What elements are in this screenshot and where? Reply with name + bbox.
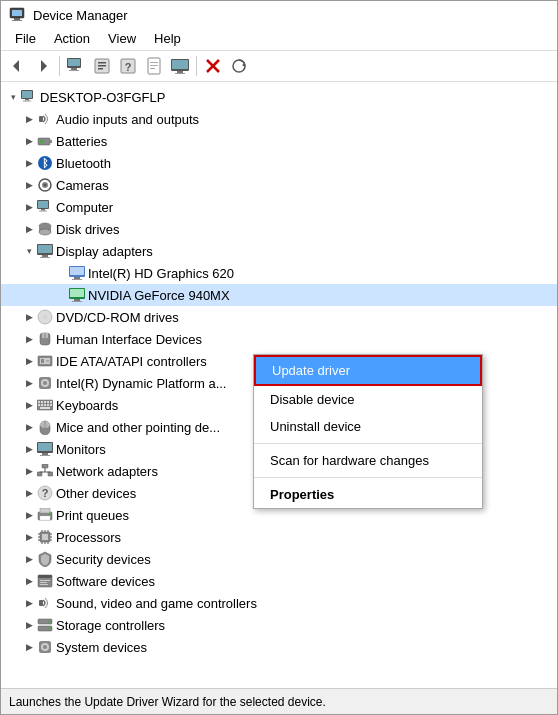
properties-icon-btn[interactable] bbox=[90, 54, 114, 78]
svg-rect-1 bbox=[12, 10, 22, 16]
svg-text:ᛒ: ᛒ bbox=[42, 157, 49, 169]
ctx-properties[interactable]: Properties bbox=[254, 481, 482, 508]
batteries-expander[interactable]: ▶ bbox=[21, 133, 37, 149]
tree-item-bluetooth[interactable]: ▶ ᛒ Bluetooth bbox=[1, 152, 557, 174]
other-expander[interactable]: ▶ bbox=[21, 485, 37, 501]
tree-item-display[interactable]: ▾ Display adapters bbox=[1, 240, 557, 262]
delete-icon-btn[interactable] bbox=[201, 54, 225, 78]
mice-expander[interactable]: ▶ bbox=[21, 419, 37, 435]
hid-expander[interactable]: ▶ bbox=[21, 331, 37, 347]
refresh-icon-btn[interactable] bbox=[227, 54, 251, 78]
ctx-disable-device[interactable]: Disable device bbox=[254, 386, 482, 413]
ctx-scan-hardware-label: Scan for hardware changes bbox=[270, 453, 429, 468]
svg-rect-43 bbox=[41, 209, 45, 211]
ide-label: IDE ATA/ATAPI controllers bbox=[56, 354, 207, 369]
disk-label: Disk drives bbox=[56, 222, 120, 237]
tree-item-storage[interactable]: ▶ Storage controllers bbox=[1, 614, 557, 636]
svg-rect-123 bbox=[40, 584, 48, 585]
sound-expander[interactable]: ▶ bbox=[21, 595, 37, 611]
svg-marker-4 bbox=[13, 60, 19, 72]
network-expander[interactable]: ▶ bbox=[21, 463, 37, 479]
menu-action[interactable]: Action bbox=[46, 29, 98, 48]
tree-item-sound[interactable]: ▶ Sound, video and game controllers bbox=[1, 592, 557, 614]
ctx-update-driver[interactable]: Update driver bbox=[254, 355, 482, 386]
tree-item-processors[interactable]: ▶ bbox=[1, 526, 557, 548]
bluetooth-expander[interactable]: ▶ bbox=[21, 155, 37, 171]
tree-item-computer[interactable]: ▶ Computer bbox=[1, 196, 557, 218]
root-expander[interactable]: ▾ bbox=[5, 89, 21, 105]
dvd-expander[interactable]: ▶ bbox=[21, 309, 37, 325]
cameras-label: Cameras bbox=[56, 178, 109, 193]
computer-icon-btn[interactable] bbox=[64, 54, 88, 78]
hid-icon bbox=[37, 331, 53, 347]
svg-rect-75 bbox=[41, 401, 43, 403]
tree-item-dvd[interactable]: ▶ DVD/CD-ROM drives bbox=[1, 306, 557, 328]
svg-text:?: ? bbox=[42, 487, 49, 499]
other-label: Other devices bbox=[56, 486, 136, 501]
computer-expander[interactable]: ▶ bbox=[21, 199, 37, 215]
ctx-disable-device-label: Disable device bbox=[270, 392, 355, 407]
menu-view[interactable]: View bbox=[100, 29, 144, 48]
security-expander[interactable]: ▶ bbox=[21, 551, 37, 567]
tree-item-software[interactable]: ▶ Software devices bbox=[1, 570, 557, 592]
system-expander[interactable]: ▶ bbox=[21, 639, 37, 655]
bluetooth-label: Bluetooth bbox=[56, 156, 111, 171]
mice-label: Mice and other pointing de... bbox=[56, 420, 220, 435]
keyboards-expander[interactable]: ▶ bbox=[21, 397, 37, 413]
disk-expander[interactable]: ▶ bbox=[21, 221, 37, 237]
svg-rect-124 bbox=[39, 600, 43, 606]
svg-rect-57 bbox=[70, 289, 84, 297]
processors-expander[interactable]: ▶ bbox=[21, 529, 37, 545]
intel-dynamic-label: Intel(R) Dynamic Platform a... bbox=[56, 376, 227, 391]
svg-marker-27 bbox=[242, 63, 245, 67]
intel-dynamic-expander[interactable]: ▶ bbox=[21, 375, 37, 391]
software-expander[interactable]: ▶ bbox=[21, 573, 37, 589]
nvidia-gpu-label: NVIDIA GeForce 940MX bbox=[88, 288, 230, 303]
svg-rect-69 bbox=[46, 360, 49, 362]
hid-label: Human Interface Devices bbox=[56, 332, 202, 347]
page-icon-btn[interactable] bbox=[142, 54, 166, 78]
tree-root[interactable]: ▾ DESKTOP-O3FGFLP bbox=[1, 86, 557, 108]
monitor-icon-btn[interactable] bbox=[168, 54, 192, 78]
monitors-expander[interactable]: ▶ bbox=[21, 441, 37, 457]
help-icon-btn[interactable]: ? bbox=[116, 54, 140, 78]
intel-gpu-icon bbox=[69, 265, 85, 281]
menu-file[interactable]: File bbox=[7, 29, 44, 48]
menu-help[interactable]: Help bbox=[146, 29, 189, 48]
display-expander[interactable]: ▾ bbox=[21, 243, 37, 259]
cameras-expander[interactable]: ▶ bbox=[21, 177, 37, 193]
svg-rect-79 bbox=[38, 404, 40, 406]
svg-rect-121 bbox=[40, 580, 50, 581]
ide-expander[interactable]: ▶ bbox=[21, 353, 37, 369]
svg-rect-94 bbox=[37, 472, 42, 476]
print-expander[interactable]: ▶ bbox=[21, 507, 37, 523]
tree-item-audio[interactable]: ▶ Audio inputs and outputs bbox=[1, 108, 557, 130]
svg-point-72 bbox=[43, 381, 47, 385]
tree-item-nvidia-gpu[interactable]: ▶ NVIDIA GeForce 940MX bbox=[1, 284, 557, 306]
audio-icon bbox=[37, 111, 53, 127]
audio-expander[interactable]: ▶ bbox=[21, 111, 37, 127]
tree-item-cameras[interactable]: ▶ Cameras bbox=[1, 174, 557, 196]
ctx-uninstall-device-label: Uninstall device bbox=[270, 419, 361, 434]
forward-button[interactable] bbox=[31, 54, 55, 78]
storage-expander[interactable]: ▶ bbox=[21, 617, 37, 633]
computer-label: Computer bbox=[56, 200, 113, 215]
tree-item-intel-gpu[interactable]: ▶ Intel(R) HD Graphics 620 bbox=[1, 262, 557, 284]
ctx-uninstall-device[interactable]: Uninstall device bbox=[254, 413, 482, 440]
tree-item-system[interactable]: ▶ System devices bbox=[1, 636, 557, 658]
tree-item-hid[interactable]: ▶ Human Interface Devices bbox=[1, 328, 557, 350]
svg-rect-18 bbox=[150, 65, 158, 66]
svg-rect-81 bbox=[44, 404, 46, 406]
svg-rect-88 bbox=[43, 424, 47, 427]
back-button[interactable] bbox=[5, 54, 29, 78]
svg-rect-19 bbox=[150, 68, 155, 69]
svg-rect-54 bbox=[74, 277, 80, 279]
tree-item-batteries[interactable]: ▶ Batteries bbox=[1, 130, 557, 152]
svg-point-131 bbox=[43, 645, 47, 649]
ctx-scan-hardware[interactable]: Scan for hardware changes bbox=[254, 447, 482, 474]
tree-item-disk[interactable]: ▶ Disk drives bbox=[1, 218, 557, 240]
tree-item-security[interactable]: ▶ Security devices bbox=[1, 548, 557, 570]
svg-rect-58 bbox=[74, 299, 80, 301]
svg-rect-90 bbox=[38, 443, 52, 451]
root-icon bbox=[21, 89, 37, 105]
